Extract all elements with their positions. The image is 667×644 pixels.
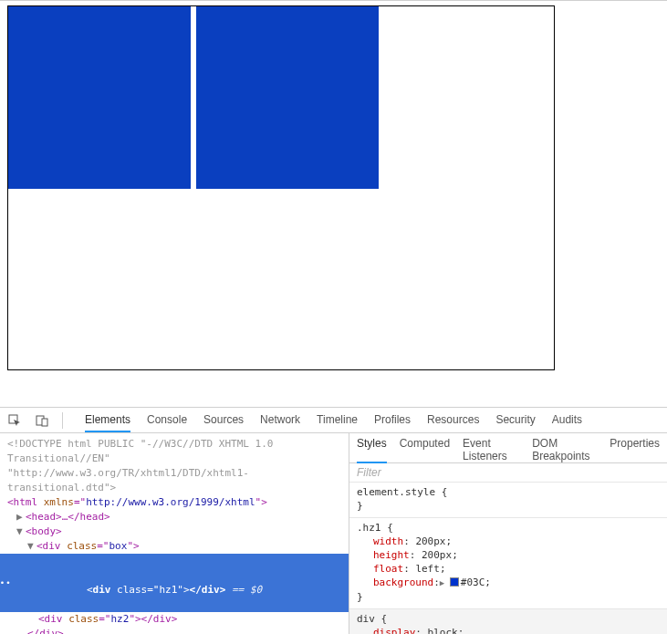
color-swatch-icon[interactable] [450,577,459,587]
inspect-element-icon[interactable] [7,413,22,428]
dom-div-box[interactable]: ▼<div class="box"> [5,539,349,554]
tab-timeline[interactable]: Timeline [317,413,358,427]
styles-tab-event-listeners[interactable]: Event Listeners [463,437,519,462]
dom-div-box-close[interactable]: </div> [5,627,349,634]
tab-profiles[interactable]: Profiles [374,413,411,427]
tab-network[interactable]: Network [260,413,300,427]
devtools-main-tabs: Elements Console Sources Network Timelin… [85,413,582,427]
tab-console[interactable]: Console [147,413,187,427]
styles-tab-properties[interactable]: Properties [610,437,660,462]
rule-div-user-agent[interactable]: div { display: block; } [349,609,667,634]
rendered-hz2 [196,6,379,189]
page-viewport [0,5,667,370]
styles-rules-list: element.style { } .hz1 { width: 200px; h… [349,483,667,634]
styles-tab-styles[interactable]: Styles [357,437,387,463]
rendered-box-container [7,5,555,370]
rendered-hz1 [8,6,191,189]
dom-head[interactable]: ▶<head>…</head> [5,510,349,525]
dom-body-open[interactable]: ▼<body> [5,525,349,539]
ellipsis-icon[interactable]: ••• [0,554,5,612]
dom-doctype[interactable]: <!DOCTYPE html PUBLIC "-//W3C//DTD XHTML… [5,437,349,495]
tab-elements[interactable]: Elements [85,413,130,432]
tab-audits[interactable]: Audits [552,413,582,427]
styles-panel: Styles Computed Event Listeners DOM Brea… [349,433,667,634]
dom-html-open[interactable]: <html xmlns="http://www.w3.org/1999/xhtm… [5,495,349,510]
styles-sidebar-tabs: Styles Computed Event Listeners DOM Brea… [349,433,667,463]
dom-tree-panel[interactable]: <!DOCTYPE html PUBLIC "-//W3C//DTD XHTML… [0,433,349,634]
devtools-toolbar: Elements Console Sources Network Timelin… [0,408,667,433]
device-toolbar-icon[interactable] [35,413,49,428]
svg-rect-2 [42,419,47,426]
dom-div-hz2[interactable]: <div class="hz2"></div> [5,612,349,627]
devtools-body: <!DOCTYPE html PUBLIC "-//W3C//DTD XHTML… [0,433,667,634]
tab-sources[interactable]: Sources [203,413,244,427]
tab-security[interactable]: Security [495,413,535,427]
expand-shorthand-icon[interactable]: ▶ [440,576,448,590]
toolbar-separator [62,412,63,429]
styles-tab-computed[interactable]: Computed [400,437,450,462]
rule-hz1[interactable]: .hz1 { width: 200px; height: 200px; floa… [349,518,667,609]
dom-div-hz1-selected[interactable]: ••• <div class="hz1"></div> == $0 [5,554,349,612]
styles-filter-input[interactable]: Filter [349,463,667,483]
devtools-panel: Elements Console Sources Network Timelin… [0,407,667,634]
styles-tab-dom-breakpoints[interactable]: DOM Breakpoints [532,437,597,462]
tab-resources[interactable]: Resources [427,413,479,427]
rule-element-style[interactable]: element.style { } [349,483,667,518]
